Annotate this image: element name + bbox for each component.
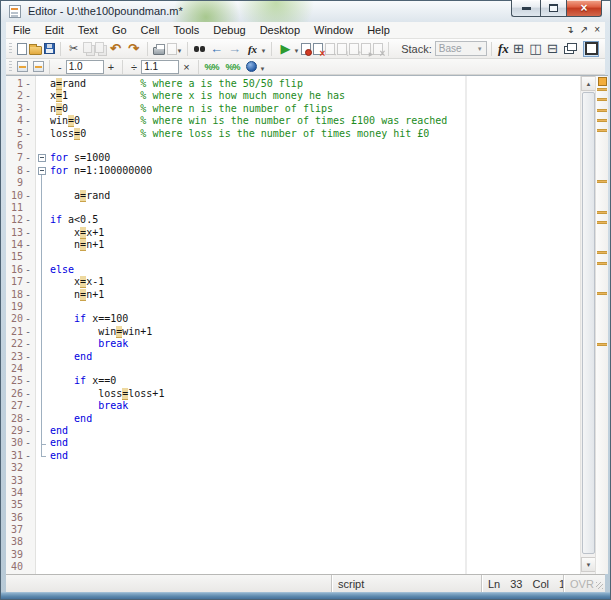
gutter-line[interactable]: 11 bbox=[6, 202, 36, 214]
insert-cell-divider-icon[interactable] bbox=[17, 61, 28, 72]
function-hints-icon[interactable]: fx bbox=[244, 41, 260, 57]
toolbar-gripper[interactable] bbox=[9, 43, 12, 55]
line-number-gutter[interactable]: 1-2-3-4-5-67-8-910-1112-13-14-1516-17-18… bbox=[6, 76, 36, 574]
find-functions-icon[interactable]: fx bbox=[497, 41, 510, 57]
publish-icon-caret[interactable]: ▼ bbox=[260, 66, 266, 72]
gutter-line[interactable]: 13- bbox=[6, 227, 36, 239]
gutter-line[interactable]: 15 bbox=[6, 251, 36, 263]
decrement-button[interactable]: - bbox=[54, 60, 66, 74]
increment-button[interactable]: + bbox=[104, 60, 118, 74]
gutter-line[interactable]: 29- bbox=[6, 425, 36, 437]
gutter-line[interactable]: 8- bbox=[6, 165, 36, 177]
maximize-button[interactable] bbox=[540, 0, 567, 17]
dock-icon[interactable]: ↴ bbox=[565, 25, 573, 35]
gutter-line[interactable]: 39 bbox=[6, 549, 36, 561]
run-icon[interactable]: ▶ bbox=[277, 41, 293, 57]
vertical-scrollbar[interactable]: ▲ ▼ bbox=[580, 76, 595, 575]
gutter-line[interactable]: 21- bbox=[6, 326, 36, 338]
gutter-line[interactable]: 12- bbox=[6, 214, 36, 226]
evaluate-cell-advance-icon[interactable]: %% bbox=[225, 59, 241, 75]
gutter-line[interactable]: 19 bbox=[6, 301, 36, 313]
add-amount-input[interactable] bbox=[66, 60, 104, 74]
cut-icon[interactable]: ✂ bbox=[66, 41, 82, 57]
close-button[interactable]: × bbox=[567, 0, 602, 17]
divide-button[interactable]: ÷ bbox=[127, 60, 141, 74]
scrollbar-thumb[interactable] bbox=[582, 92, 595, 554]
warning-tick[interactable] bbox=[597, 343, 607, 346]
gutter-line[interactable]: 2- bbox=[6, 90, 36, 102]
gutter-line[interactable]: 26- bbox=[6, 388, 36, 400]
print-options-icon-caret[interactable]: ▼ bbox=[177, 48, 183, 54]
menu-item-window[interactable]: Window bbox=[307, 23, 360, 37]
gutter-line[interactable]: 7- bbox=[6, 152, 36, 164]
evaluate-cell-icon[interactable]: %% bbox=[204, 59, 220, 75]
warning-tick[interactable] bbox=[597, 221, 607, 224]
menu-item-tools[interactable]: Tools bbox=[167, 23, 207, 37]
code-fold-margin[interactable] bbox=[36, 76, 50, 574]
warning-tick[interactable] bbox=[597, 98, 607, 101]
gutter-line[interactable]: 37 bbox=[6, 524, 36, 536]
clear-breakpoints-icon[interactable] bbox=[313, 43, 323, 55]
menu-item-go[interactable]: Go bbox=[105, 23, 134, 37]
gutter-line[interactable]: 27- bbox=[6, 400, 36, 412]
gutter-line[interactable]: 16- bbox=[6, 264, 36, 276]
new-script-icon[interactable] bbox=[17, 43, 27, 55]
code-text[interactable]: a=rand % where a is the 50/50 flipx=1 % … bbox=[50, 78, 580, 574]
gutter-line[interactable]: 14- bbox=[6, 239, 36, 251]
tile-windows-icon[interactable]: ⊞ bbox=[511, 41, 526, 56]
go-back-icon[interactable]: ← bbox=[208, 41, 224, 57]
warning-tick[interactable] bbox=[597, 109, 607, 112]
gutter-line[interactable]: 1- bbox=[6, 78, 36, 90]
fold-toggle-icon[interactable] bbox=[38, 154, 46, 162]
print-icon[interactable] bbox=[153, 47, 165, 55]
gutter-line[interactable]: 24 bbox=[6, 363, 36, 375]
close-document-icon[interactable]: × bbox=[594, 25, 600, 35]
menu-item-debug[interactable]: Debug bbox=[206, 23, 252, 37]
gutter-line[interactable]: 5- bbox=[6, 128, 36, 140]
warning-tick[interactable] bbox=[597, 180, 607, 183]
gutter-line[interactable]: 9 bbox=[6, 177, 36, 189]
gutter-line[interactable]: 4- bbox=[6, 115, 36, 127]
warning-tick[interactable] bbox=[597, 129, 607, 132]
gutter-line[interactable]: 23- bbox=[6, 351, 36, 363]
undock-icon[interactable]: ↗ bbox=[580, 25, 588, 35]
set-clear-breakpoint-icon[interactable] bbox=[301, 43, 311, 55]
gutter-line[interactable]: 18- bbox=[6, 289, 36, 301]
find-icon[interactable] bbox=[193, 45, 206, 53]
gutter-line[interactable]: 17- bbox=[6, 276, 36, 288]
split-vertical-icon[interactable]: ◫ bbox=[528, 41, 543, 56]
warning-tick[interactable] bbox=[597, 251, 607, 254]
message-indicator-bar[interactable] bbox=[595, 76, 608, 574]
insert-cell-divider-multi-icon[interactable] bbox=[33, 61, 44, 72]
gutter-line[interactable]: 34 bbox=[6, 487, 36, 499]
warning-tick[interactable] bbox=[597, 211, 607, 214]
menu-item-text[interactable]: Text bbox=[71, 23, 105, 37]
fold-toggle-icon[interactable] bbox=[38, 167, 46, 175]
split-horizontal-icon[interactable]: ⊟ bbox=[545, 41, 560, 56]
warning-tick[interactable] bbox=[597, 262, 607, 265]
gutter-line[interactable]: 22- bbox=[6, 338, 36, 350]
gutter-line[interactable]: 6 bbox=[6, 140, 36, 152]
gutter-line[interactable]: 30- bbox=[6, 437, 36, 449]
menu-item-cell[interactable]: Cell bbox=[134, 23, 167, 37]
float-window-icon[interactable] bbox=[567, 43, 577, 51]
warning-tick[interactable] bbox=[597, 119, 607, 122]
menu-item-desktop[interactable]: Desktop bbox=[253, 23, 307, 37]
maximize-document-icon[interactable] bbox=[583, 41, 599, 57]
menu-item-help[interactable]: Help bbox=[360, 23, 397, 37]
gutter-line[interactable]: 35 bbox=[6, 499, 36, 511]
menu-item-file[interactable]: File bbox=[6, 23, 38, 37]
go-forward-icon[interactable]: → bbox=[226, 41, 242, 57]
multiply-amount-input[interactable] bbox=[141, 60, 179, 74]
menu-item-edit[interactable]: Edit bbox=[38, 23, 71, 37]
stack-dropdown[interactable]: Base ▼ bbox=[435, 41, 487, 56]
undo-icon[interactable]: ↶ bbox=[108, 41, 124, 57]
gutter-line[interactable]: 33 bbox=[6, 475, 36, 487]
run-icon-caret[interactable]: ▼ bbox=[293, 48, 299, 54]
publish-icon[interactable] bbox=[246, 61, 257, 72]
message-summary-icon[interactable] bbox=[598, 77, 607, 86]
function-hints-icon-caret[interactable]: ▼ bbox=[260, 48, 266, 54]
gutter-line[interactable]: 20- bbox=[6, 313, 36, 325]
gutter-line[interactable]: 25- bbox=[6, 375, 36, 387]
warning-tick[interactable] bbox=[597, 292, 607, 295]
